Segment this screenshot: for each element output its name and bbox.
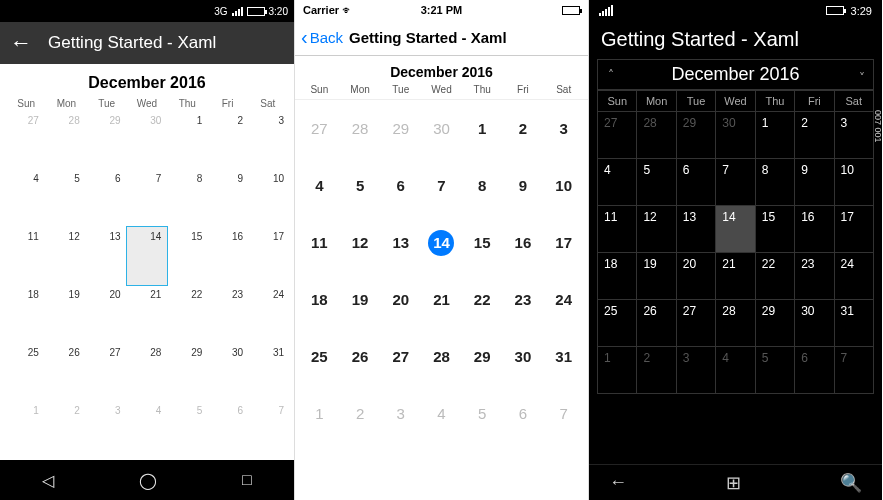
calendar-day[interactable]: 30 [503, 328, 544, 385]
calendar-day[interactable]: 30 [421, 100, 462, 157]
calendar-day[interactable]: 17 [835, 206, 874, 253]
calendar-day[interactable]: 25 [598, 300, 637, 347]
calendar-day[interactable]: 13 [86, 227, 127, 285]
calendar-day[interactable]: 14 [127, 227, 168, 285]
nav-home-icon[interactable]: ◯ [139, 471, 157, 490]
calendar-day[interactable]: 27 [598, 112, 637, 159]
calendar-day[interactable]: 10 [543, 157, 584, 214]
calendar-day[interactable]: 12 [340, 214, 381, 271]
calendar-day[interactable]: 27 [86, 343, 127, 401]
calendar-day[interactable]: 25 [299, 328, 340, 385]
nav-start-icon[interactable]: ⊞ [726, 472, 741, 494]
calendar-day[interactable]: 20 [86, 285, 127, 343]
calendar-day[interactable]: 3 [543, 100, 584, 157]
calendar-day[interactable]: 2 [208, 111, 249, 169]
calendar-day[interactable]: 23 [503, 271, 544, 328]
calendar-day[interactable]: 18 [299, 271, 340, 328]
calendar-day[interactable]: 5 [45, 169, 86, 227]
calendar-day[interactable]: 13 [380, 214, 421, 271]
calendar-day[interactable]: 18 [598, 253, 637, 300]
calendar-day[interactable]: 5 [462, 385, 503, 442]
calendar-day[interactable]: 12 [45, 227, 86, 285]
calendar-day[interactable]: 9 [795, 159, 834, 206]
calendar-day[interactable]: 2 [503, 100, 544, 157]
calendar-day[interactable]: 24 [249, 285, 290, 343]
calendar-day[interactable]: 1 [598, 347, 637, 394]
calendar-day[interactable]: 25 [4, 343, 45, 401]
calendar-day[interactable]: 30 [208, 343, 249, 401]
calendar-day[interactable]: 15 [756, 206, 795, 253]
calendar-day[interactable]: 6 [86, 169, 127, 227]
calendar-day[interactable]: 22 [756, 253, 795, 300]
calendar-day[interactable]: 2 [45, 401, 86, 459]
calendar-day[interactable]: 31 [249, 343, 290, 401]
calendar-day[interactable]: 28 [127, 343, 168, 401]
calendar-day[interactable]: 10 [249, 169, 290, 227]
calendar-day[interactable]: 5 [756, 347, 795, 394]
calendar-month-title[interactable]: December 2016 [0, 64, 294, 98]
calendar-day[interactable]: 7 [249, 401, 290, 459]
calendar-day[interactable]: 4 [127, 401, 168, 459]
calendar-day[interactable]: 15 [167, 227, 208, 285]
calendar-day[interactable]: 4 [421, 385, 462, 442]
calendar-day[interactable]: 1 [167, 111, 208, 169]
calendar-day[interactable]: 28 [340, 100, 381, 157]
calendar-day[interactable]: 3 [249, 111, 290, 169]
calendar-day[interactable]: 27 [4, 111, 45, 169]
calendar-day[interactable]: 20 [677, 253, 716, 300]
calendar-day[interactable]: 8 [462, 157, 503, 214]
calendar-day[interactable]: 6 [677, 159, 716, 206]
calendar-day[interactable]: 31 [543, 328, 584, 385]
calendar-day[interactable]: 16 [503, 214, 544, 271]
calendar-day[interactable]: 3 [835, 112, 874, 159]
calendar-day[interactable]: 6 [503, 385, 544, 442]
calendar-header[interactable]: ˄ December 2016 ˅ [597, 59, 874, 90]
calendar-day[interactable]: 4 [4, 169, 45, 227]
calendar-day[interactable]: 11 [299, 214, 340, 271]
calendar-day[interactable]: 24 [543, 271, 584, 328]
calendar-day[interactable]: 17 [543, 214, 584, 271]
calendar-day[interactable]: 29 [86, 111, 127, 169]
calendar-day[interactable]: 11 [598, 206, 637, 253]
calendar-day[interactable]: 26 [45, 343, 86, 401]
calendar-day[interactable]: 13 [677, 206, 716, 253]
calendar-day[interactable]: 2 [637, 347, 676, 394]
calendar-day[interactable]: 10 [835, 159, 874, 206]
calendar-day[interactable]: 21 [421, 271, 462, 328]
chevron-up-icon[interactable]: ˄ [608, 68, 614, 82]
calendar-day[interactable]: 30 [795, 300, 834, 347]
calendar-day[interactable]: 1 [462, 100, 503, 157]
calendar-day[interactable]: 4 [598, 159, 637, 206]
calendar-day[interactable]: 24 [835, 253, 874, 300]
calendar-day[interactable]: 16 [795, 206, 834, 253]
calendar-day[interactable]: 7 [127, 169, 168, 227]
nav-back-icon[interactable]: ← [609, 472, 627, 493]
calendar-day[interactable]: 29 [380, 100, 421, 157]
calendar-day[interactable]: 4 [299, 157, 340, 214]
calendar-day[interactable]: 1 [299, 385, 340, 442]
calendar-day[interactable]: 28 [637, 112, 676, 159]
calendar-day[interactable]: 17 [249, 227, 290, 285]
calendar-day[interactable]: 21 [716, 253, 755, 300]
nav-recent-icon[interactable]: □ [242, 471, 252, 489]
calendar-day[interactable]: 27 [380, 328, 421, 385]
calendar-day[interactable]: 22 [462, 271, 503, 328]
calendar-day[interactable]: 7 [421, 157, 462, 214]
calendar-day[interactable]: 19 [637, 253, 676, 300]
calendar-day[interactable]: 23 [795, 253, 834, 300]
calendar-day[interactable]: 2 [795, 112, 834, 159]
calendar-day[interactable]: 28 [45, 111, 86, 169]
calendar-day[interactable]: 30 [127, 111, 168, 169]
calendar-day[interactable]: 1 [756, 112, 795, 159]
calendar-day[interactable]: 14 [421, 214, 462, 271]
back-icon[interactable]: ← [10, 32, 32, 54]
calendar-day[interactable]: 23 [208, 285, 249, 343]
calendar-day[interactable]: 30 [716, 112, 755, 159]
calendar-day[interactable]: 4 [716, 347, 755, 394]
calendar-day[interactable]: 3 [380, 385, 421, 442]
calendar-month-title[interactable]: December 2016 [295, 56, 588, 84]
nav-back-icon[interactable]: ◁ [42, 471, 54, 490]
nav-search-icon[interactable]: 🔍 [840, 472, 862, 494]
calendar-day[interactable]: 3 [677, 347, 716, 394]
calendar-day[interactable]: 26 [340, 328, 381, 385]
